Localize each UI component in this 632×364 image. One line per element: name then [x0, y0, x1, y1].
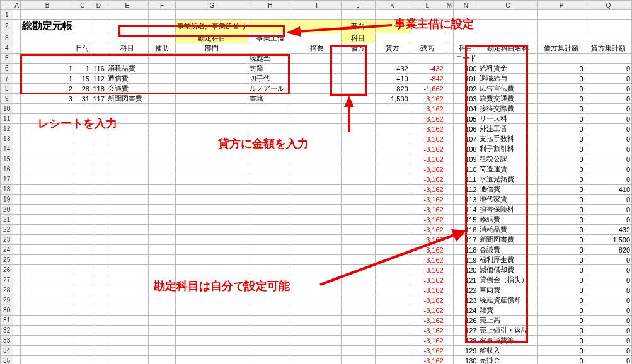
cell[interactable]: 107	[454, 134, 478, 144]
cell[interactable]: -3,162	[410, 346, 445, 356]
cell[interactable]	[176, 255, 248, 265]
cell[interactable]	[375, 205, 410, 215]
cell[interactable]	[375, 154, 410, 164]
cell[interactable]	[148, 20, 175, 33]
cell[interactable]: 家事消費等	[478, 336, 538, 346]
cell[interactable]	[342, 94, 375, 104]
cell[interactable]: 123	[454, 295, 478, 305]
cell[interactable]	[292, 33, 342, 43]
cell[interactable]	[342, 185, 375, 195]
cell[interactable]	[445, 225, 453, 235]
cell[interactable]	[538, 33, 585, 43]
cell[interactable]	[342, 326, 375, 336]
cell[interactable]: 117	[91, 94, 106, 104]
cell[interactable]	[176, 245, 248, 255]
cell[interactable]	[91, 144, 106, 154]
cell[interactable]	[176, 10, 248, 20]
cell[interactable]: 108	[454, 144, 478, 154]
cell[interactable]	[176, 134, 248, 144]
cell[interactable]: 0	[585, 124, 631, 134]
cell[interactable]	[342, 134, 375, 144]
cell[interactable]	[148, 326, 175, 336]
cell[interactable]	[445, 20, 453, 33]
cell[interactable]	[375, 33, 410, 43]
cell[interactable]	[176, 215, 248, 225]
cell[interactable]: 切手代	[248, 74, 292, 84]
cell[interactable]	[13, 185, 21, 195]
cell[interactable]	[292, 164, 342, 174]
cell[interactable]	[375, 10, 410, 20]
cell[interactable]	[248, 265, 292, 275]
cell[interactable]: -3,162	[410, 275, 445, 285]
cell[interactable]	[538, 20, 585, 33]
cell[interactable]	[91, 114, 106, 124]
cell[interactable]	[106, 326, 148, 336]
cell[interactable]: 0	[585, 215, 631, 225]
cell[interactable]	[176, 295, 248, 305]
cell[interactable]	[176, 326, 248, 336]
cell[interactable]	[20, 104, 74, 114]
cell[interactable]	[176, 104, 248, 114]
cell[interactable]: ルノアール	[248, 84, 292, 94]
row-header[interactable]: 21	[1, 215, 13, 225]
cell[interactable]: 111	[454, 174, 478, 185]
cell[interactable]	[74, 245, 91, 255]
cell[interactable]	[20, 245, 74, 255]
cell[interactable]	[13, 235, 21, 245]
row-header[interactable]: 13	[1, 134, 13, 144]
cell[interactable]	[445, 43, 453, 54]
cell[interactable]	[410, 54, 445, 64]
cell[interactable]	[292, 10, 342, 20]
cell[interactable]	[176, 225, 248, 235]
row-header[interactable]: 29	[1, 295, 13, 305]
cell[interactable]: -3,162	[410, 114, 445, 124]
cell[interactable]: 116	[454, 225, 478, 235]
cell[interactable]	[148, 33, 175, 43]
cell[interactable]	[13, 265, 21, 275]
cell[interactable]	[74, 164, 91, 174]
cell[interactable]	[176, 265, 248, 275]
cell[interactable]: 売上値引・返品	[478, 326, 538, 336]
cell[interactable]	[148, 104, 175, 114]
cell[interactable]	[91, 54, 106, 64]
cell[interactable]	[176, 185, 248, 195]
cell[interactable]: 119	[454, 255, 478, 265]
cell[interactable]	[248, 245, 292, 255]
cell[interactable]: 外注工賃	[478, 124, 538, 134]
cell[interactable]: 0	[585, 265, 631, 275]
cell[interactable]	[13, 275, 21, 285]
cell[interactable]	[148, 336, 175, 346]
cell[interactable]	[375, 346, 410, 356]
row-header[interactable]: 34	[1, 346, 13, 356]
cell[interactable]: 0	[538, 326, 585, 336]
row-header[interactable]: 27	[1, 275, 13, 285]
cell[interactable]	[106, 205, 148, 215]
cell[interactable]	[445, 336, 453, 346]
cell[interactable]	[248, 10, 292, 20]
cell[interactable]: 貸方	[375, 43, 410, 54]
cell[interactable]	[20, 134, 74, 144]
cell[interactable]	[478, 20, 538, 33]
cell[interactable]: -3,162	[410, 356, 445, 365]
cell[interactable]: 0	[585, 336, 631, 346]
cell[interactable]: 0	[538, 225, 585, 235]
cell[interactable]	[454, 10, 478, 20]
cell[interactable]	[20, 33, 74, 43]
cell[interactable]: 0	[585, 255, 631, 265]
cell[interactable]	[13, 64, 21, 74]
col-header[interactable]: F	[148, 1, 175, 10]
cell[interactable]	[478, 33, 538, 43]
cell[interactable]	[445, 33, 453, 43]
cell[interactable]	[375, 114, 410, 124]
cell[interactable]	[20, 255, 74, 265]
cell[interactable]	[74, 356, 91, 365]
cell[interactable]: 消耗品費	[106, 64, 148, 74]
cell[interactable]: 科目	[106, 43, 148, 54]
cell[interactable]: 432	[585, 225, 631, 235]
cell[interactable]	[20, 164, 74, 174]
cell[interactable]: 116	[91, 64, 106, 74]
cell[interactable]: 127	[454, 326, 478, 336]
cell[interactable]	[74, 54, 91, 64]
cell[interactable]	[74, 275, 91, 285]
cell[interactable]	[148, 185, 175, 195]
